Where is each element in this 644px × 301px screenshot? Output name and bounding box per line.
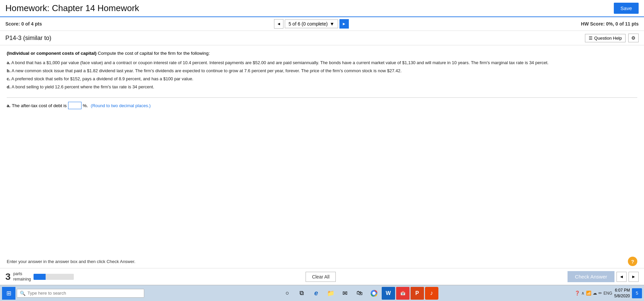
instruction-text: Enter your answer in the answer box and … [7, 259, 136, 264]
item-b-letter: b. [7, 68, 11, 73]
item-d-letter: d. [7, 84, 11, 89]
question-help-button[interactable]: ☰ Question Help [585, 34, 626, 42]
content-area: (Individual or component costs of capita… [0, 45, 644, 253]
clear-all-button[interactable]: Clear All [306, 272, 336, 282]
parts-label: parts remaining [13, 271, 31, 282]
problem-header: P14-3 (similar to) ☰ Question Help ⚙ [0, 31, 644, 45]
intro-text: (Individual or component costs of capita… [7, 51, 637, 56]
percent-label: %. [83, 103, 88, 108]
section-divider [7, 97, 637, 98]
cloud-icon: ☁ [593, 291, 597, 296]
nav-dropdown-text: 5 of 6 (0 complete) [288, 21, 328, 27]
answer-row: a. The after-tax cost of debt is %. (Rou… [7, 102, 637, 109]
pen-icon: ✏ [598, 291, 602, 296]
progress-bar [34, 274, 74, 280]
score-value: 0 of 4 pts [21, 21, 42, 27]
parts-remaining: 3 parts remaining [5, 271, 74, 282]
chevron-up-icon: ∧ [581, 291, 585, 296]
nav-group: ◄ 5 of 6 (0 complete) ▼ ► [274, 19, 349, 29]
bottom-right: Check Answer ◄ ► [568, 271, 639, 282]
list-icon: ☰ [589, 36, 593, 41]
sys-icons: ❓ ∧ 📶 ☁ ✏ ENG [575, 291, 612, 296]
itunes-icon[interactable]: ♪ [425, 287, 438, 300]
list-item: a. A bond that has a $1,000 par value (f… [7, 59, 637, 67]
nav-prev-button[interactable]: ◄ [274, 19, 283, 29]
hw-score-label: HW Score: [581, 21, 605, 27]
store-icon[interactable]: 🛍 [353, 287, 366, 300]
answer-part-label: a. [7, 103, 10, 108]
item-d-text: A bond selling to yield 12.6 percent whe… [11, 84, 154, 89]
list-item: c. A preferred stock that sells for $152… [7, 75, 637, 83]
dropdown-arrow-icon: ▼ [330, 21, 334, 27]
problem-body: a. A bond that has a $1,000 par value (f… [7, 59, 637, 91]
score-label: Score: [5, 21, 20, 27]
parts-number: 3 [5, 271, 11, 282]
cortana-icon[interactable]: ○ [281, 287, 294, 300]
item-a-text: A bond that has a $1,000 par value (face… [11, 60, 549, 65]
start-button[interactable]: ⊞ [2, 287, 15, 300]
lang-label: ENG [603, 291, 612, 296]
main-wrapper: Homework: Chapter 14 Homework Save Score… [0, 0, 644, 301]
svg-point-1 [372, 292, 376, 295]
powerpoint-icon[interactable]: P [411, 287, 424, 300]
notification-badge: 5 [636, 291, 638, 296]
bottom-nav-next-button[interactable]: ► [629, 272, 639, 282]
outlook-icon[interactable]: 📅 [396, 287, 410, 300]
nav-next-button[interactable]: ► [339, 19, 349, 29]
taskbar: ⊞ 🔍 ○ ⧉ e 📁 ✉ 🛍 W 📅 P [0, 285, 644, 301]
bottom-nav-prev-button[interactable]: ◄ [616, 272, 627, 282]
search-input[interactable] [28, 291, 135, 296]
round-note: (Round to two decimal places.) [91, 103, 151, 108]
task-view-icon[interactable]: ⧉ [295, 287, 309, 300]
score-right: HW Score: 0%, 0 of 11 pts [581, 21, 639, 27]
date-display: 5/8/2020 [614, 293, 630, 299]
time-display: 6:07 PM [614, 288, 630, 293]
answer-input[interactable] [68, 102, 82, 109]
page-title: Homework: Chapter 14 Homework [5, 3, 139, 13]
start-icon: ⊞ [6, 290, 11, 297]
header: Homework: Chapter 14 Homework Save [0, 0, 644, 17]
problem-title: P14-3 (similar to) [5, 35, 51, 42]
item-c-text: A preferred stock that sells for $152, p… [11, 76, 194, 81]
score-row: Score: 0 of 4 pts ◄ 5 of 6 (0 complete) … [0, 17, 644, 31]
intro-rest: Compute the cost of capital for the firm… [98, 51, 210, 56]
list-item: b. A new common stock issue that paid a … [7, 67, 637, 75]
chrome-icon[interactable] [367, 287, 381, 300]
taskbar-search-box[interactable]: 🔍 [17, 289, 144, 298]
progress-bar-fill [34, 274, 46, 280]
mail-icon[interactable]: ✉ [338, 287, 352, 300]
taskbar-icons: ○ ⧉ e 📁 ✉ 🛍 W 📅 P ♪ [146, 287, 573, 300]
notification-icon[interactable]: 5 [632, 288, 642, 298]
file-explorer-icon[interactable]: 📁 [324, 287, 337, 300]
word-icon[interactable]: W [382, 287, 395, 300]
problem-actions: ☰ Question Help ⚙ [585, 34, 639, 42]
check-answer-button[interactable]: Check Answer [568, 271, 614, 282]
taskbar-right: ❓ ∧ 📶 ☁ ✏ ENG 6:07 PM 5/8/2020 5 [575, 288, 642, 299]
parts-label-line1: parts [13, 271, 31, 277]
search-icon: 🔍 [20, 291, 25, 296]
gear-button[interactable]: ⚙ [628, 34, 639, 42]
list-item: d. A bond selling to yield 12.6 percent … [7, 83, 637, 91]
item-c-letter: c. [7, 76, 10, 81]
wifi-icon: 📶 [586, 291, 591, 296]
help-circle-button[interactable]: ? [628, 257, 637, 266]
hw-score-value: 0%, 0 of 11 pts [606, 21, 639, 27]
taskbar-time: 6:07 PM 5/8/2020 [614, 288, 630, 299]
question-help-label: Question Help [594, 36, 622, 41]
answer-label-before: The after-tax cost of debt is [12, 103, 67, 108]
item-b-text: A new common stock issue that paid a $1.… [11, 68, 401, 73]
help-sys-icon: ❓ [575, 291, 580, 296]
intro-bold: (Individual or component costs of capita… [7, 51, 97, 56]
save-button[interactable]: Save [614, 3, 639, 14]
nav-dropdown[interactable]: 5 of 6 (0 complete) ▼ [285, 19, 338, 28]
footer-instruction: Enter your answer in the answer box and … [0, 253, 644, 268]
item-a-letter: a. [7, 60, 10, 65]
score-left: Score: 0 of 4 pts [5, 21, 42, 27]
bottom-bar: 3 parts remaining Clear All Check Answer… [0, 268, 644, 285]
ie-icon[interactable]: e [310, 287, 323, 300]
parts-label-line2: remaining [13, 277, 31, 282]
